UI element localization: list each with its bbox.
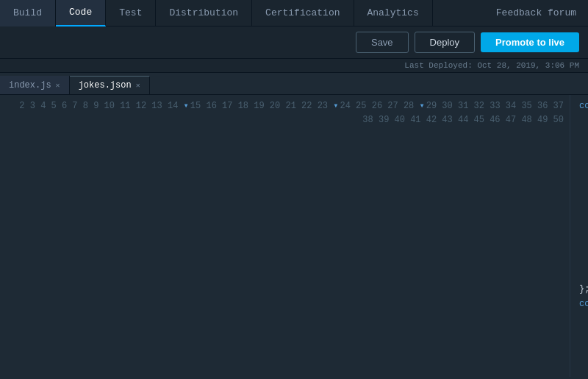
promote-button[interactable]: Promote to live xyxy=(481,32,579,52)
deploy-button[interactable]: Deploy xyxy=(415,32,475,53)
file-tabs: index.js ✕ jokes.json ✕ xyxy=(0,73,588,95)
tab-index-js-label: index.js xyxy=(9,80,51,91)
tab-index-js[interactable]: index.js ✕ xyxy=(0,76,70,94)
save-button[interactable]: Save xyxy=(356,32,409,53)
nav-distribution[interactable]: Distribution xyxy=(156,0,252,26)
action-bar: Save Deploy Promote to live xyxy=(0,26,588,59)
tab-jokes-json[interactable]: jokes.json ✕ xyxy=(70,76,150,94)
last-deployed-text: Last Deployed: Oct 28, 2019, 3:06 PM xyxy=(404,61,579,70)
code-editor: 2 3 4 5 6 7 8 9 10 11 12 13 14 ▾15 16 17… xyxy=(0,95,588,377)
feedback-link[interactable]: Feedback forum xyxy=(484,0,588,26)
tab-index-js-close[interactable]: ✕ xyxy=(56,81,60,90)
deploy-info: Last Deployed: Oct 28, 2019, 3:06 PM xyxy=(0,59,588,73)
nav-test[interactable]: Test xyxy=(106,0,156,26)
nav-code[interactable]: Code xyxy=(56,0,106,26)
tab-jokes-json-label: jokes.json xyxy=(79,80,132,91)
code-lines[interactable]: const CancelAndStopIntentHandler = { can… xyxy=(570,95,588,377)
nav-certification[interactable]: Certification xyxy=(252,0,354,26)
tab-jokes-json-close[interactable]: ✕ xyxy=(136,81,140,90)
line-numbers: 2 3 4 5 6 7 8 9 10 11 12 13 14 ▾15 16 17… xyxy=(0,95,570,377)
nav-analytics[interactable]: Analytics xyxy=(354,0,433,26)
top-navigation: Build Code Test Distribution Certificati… xyxy=(0,0,588,26)
nav-build[interactable]: Build xyxy=(0,0,56,26)
